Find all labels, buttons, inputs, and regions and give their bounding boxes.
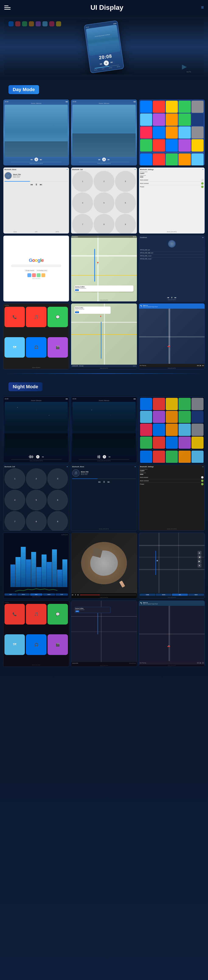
day-bluetooth-call: Bluetooth_Call ⬅ 1 2 3 4 5 6 7 8 9 * 0 #… bbox=[71, 167, 137, 234]
night-row-3: 11:59 ⚫⚫ bbox=[0, 533, 208, 600]
day-carplay-nav1: 📍 Sunny Coffee Modern Restaurant ★★★★ GO… bbox=[71, 303, 137, 369]
app-header: UI Display ≡ bbox=[0, 0, 208, 15]
menu-button[interactable] bbox=[4, 3, 13, 12]
night-music-2: 20:08 ◆◆ Scenic Silences ⏸ ⏭ DUA bbox=[71, 396, 137, 463]
day-carplay-apps: CarPlay 📞 🎵 💬 🗺 🎧 🎬 DUAL ETA APTS bbox=[3, 303, 69, 369]
day-bluetooth-settings: Bluetooth_Settings ⬅ Device name CarBT D… bbox=[139, 167, 205, 234]
nav-menu-icon[interactable]: ≡ bbox=[201, 5, 204, 10]
hero-device: 20:08◆◆◆ A morning scene of silence 20:0… bbox=[84, 20, 124, 73]
page-title: UI Display bbox=[13, 4, 201, 11]
night-mode-label: Night Mode bbox=[8, 382, 43, 391]
night-mode-section: Night Mode bbox=[0, 376, 208, 396]
hero-section: 20:08◆◆◆ A morning scene of silence 20:0… bbox=[0, 15, 208, 79]
day-row-4: CarPlay 📞 🎵 💬 🗺 🎧 🎬 DUAL ETA APTS bbox=[0, 303, 208, 371]
night-carplay-nav1: Sunny Coffee Modern Restaurant GO 18:15 … bbox=[71, 600, 137, 667]
mode-divider bbox=[3, 373, 205, 374]
night-row-1: 20:08 ◆◆ Scenic Silences bbox=[0, 396, 208, 465]
night-row-4: CarPlay 📞 🎵 💬 🗺 🎧 🎬 DUAL ETA APTS bbox=[0, 600, 208, 668]
day-map: 📍 Navigation18:35 Sunny Coffee Modern Re… bbox=[71, 235, 137, 302]
night-bluetooth-call: Bluetooth_Call ⬅ 1 2 3 4 5 6 7 8 9 * 0 #… bbox=[3, 465, 69, 531]
day-music-2: 20:08 ◆◆ Scenic Silences ⏮ ⏸ ⏭ DUAL ETA … bbox=[71, 99, 137, 165]
day-app-grid bbox=[139, 99, 205, 165]
day-mode-label: Day Mode bbox=[8, 85, 39, 94]
night-carplay-nav2: ↰ Start on Start on Insignee Tongue Road… bbox=[139, 600, 205, 667]
day-bluetooth-music: Bluetooth_Music ⬅ 🎵 Music Title Music Al… bbox=[3, 167, 69, 234]
night-video: ⏮ ⏸ ⏭ DUAL ETA APTS bbox=[71, 533, 137, 599]
day-row-1: 20:08 ◆◆ Scenic Silences ⏮ ⏸ ⏭ DUAL ETA … bbox=[0, 99, 208, 167]
night-music-1: 20:08 ◆◆ Scenic Silences bbox=[3, 396, 69, 463]
day-local-music: SoraMusic⬅ 🎵 华牛东_好兽.mp3 华牛东_好兽_加速.mp3 华牛… bbox=[139, 235, 205, 302]
day-google: Google Google Search I'm Feeling Lucky D… bbox=[3, 235, 69, 302]
night-carplay-apps: CarPlay 📞 🎵 💬 🗺 🎧 🎬 DUAL ETA APTS bbox=[3, 600, 69, 667]
night-bluetooth-music: Bluetooth_Music ⬅ 🎵 Music Title Music Al… bbox=[71, 465, 137, 531]
day-row-3: Google Google Search I'm Feeling Lucky D… bbox=[0, 235, 208, 303]
night-map: ▲ ◀ ▶ ▼ HOME WORK NAV NEAR DUAL ETA APTS bbox=[139, 533, 205, 599]
night-app-grid bbox=[139, 396, 205, 463]
day-mode-section: Day Mode bbox=[0, 79, 208, 99]
night-eq-visual: 11:59 ⚫⚫ bbox=[3, 533, 69, 599]
day-row-2: Bluetooth_Music ⬅ 🎵 Music Title Music Al… bbox=[0, 167, 208, 235]
day-music-1: 20:08 ◆◆ Scenic Silences ⏮ ⏸ ⏭ DUAL ETA … bbox=[3, 99, 69, 165]
night-bluetooth-settings: Bluetooth_Settings ⬅ Device name CarBT D… bbox=[139, 465, 205, 531]
day-carplay-nav2: ↰ Start on Start on Insignee Tongue Road… bbox=[139, 303, 205, 369]
night-row-2: Bluetooth_Call ⬅ 1 2 3 4 5 6 7 8 9 * 0 #… bbox=[0, 465, 208, 533]
